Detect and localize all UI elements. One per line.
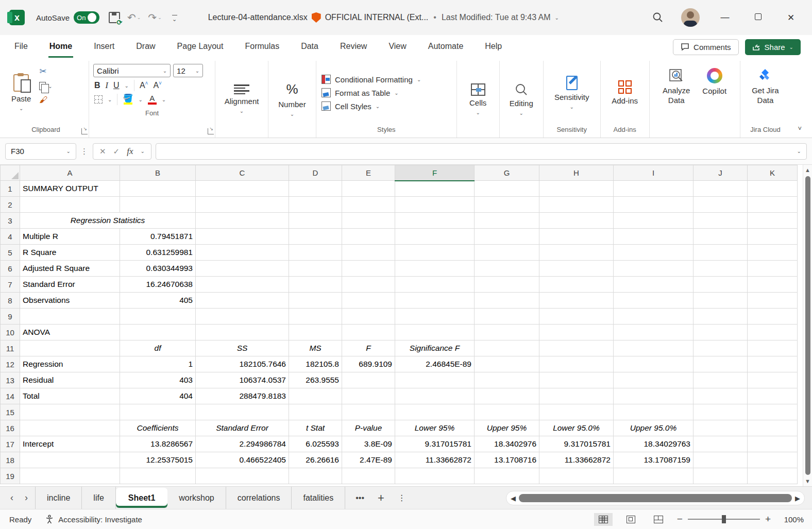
more-sheets-button[interactable]: •••	[356, 493, 364, 503]
cell-C5[interactable]	[196, 245, 289, 261]
cell-I14[interactable]	[614, 388, 693, 404]
undo-chevron-icon[interactable]: ⌄	[137, 15, 141, 20]
excel-app-icon[interactable]: x	[9, 10, 25, 25]
cell-K5[interactable]	[748, 245, 798, 261]
document-title[interactable]: Lecture-04-attendance.xlsx	[208, 13, 308, 22]
cell-H3[interactable]	[539, 213, 614, 229]
minimize-button[interactable]: —	[717, 12, 733, 23]
cell-J9[interactable]	[693, 309, 748, 325]
horizontal-scroll-thumb[interactable]	[519, 494, 792, 502]
cell-B10[interactable]	[120, 325, 196, 340]
cell-I12[interactable]	[614, 356, 693, 372]
cell-E13[interactable]	[342, 372, 395, 388]
row-header-3[interactable]: 3	[1, 213, 20, 229]
cell-I1[interactable]	[614, 181, 693, 197]
cell-G7[interactable]	[475, 277, 539, 293]
row-header-1[interactable]: 1	[1, 181, 20, 197]
customize-quick-access-button[interactable]: ⌄	[172, 15, 177, 21]
sheet-tab-sheet1[interactable]: Sheet1	[116, 488, 167, 508]
cell-J5[interactable]	[693, 245, 748, 261]
cell-K8[interactable]	[748, 293, 798, 309]
row-header-17[interactable]: 17	[1, 436, 20, 452]
cell-K15[interactable]	[748, 404, 798, 420]
cell-H11[interactable]	[539, 340, 614, 356]
page-layout-view-button[interactable]	[622, 513, 640, 526]
cell-F14[interactable]	[395, 388, 475, 404]
cell-C2[interactable]	[196, 197, 289, 213]
cell-C16[interactable]: Standard Error	[196, 420, 289, 436]
cell-J4[interactable]	[693, 229, 748, 245]
italic-button[interactable]: I	[106, 81, 108, 90]
row-header-18[interactable]: 18	[1, 452, 20, 468]
paste-button[interactable]: Paste ⌄	[6, 62, 36, 124]
cell-E4[interactable]	[342, 229, 395, 245]
zoom-in-button[interactable]: +	[765, 514, 771, 525]
get-jira-data-button[interactable]: Get JiraData	[747, 66, 784, 107]
cell-B9[interactable]	[120, 309, 196, 325]
addins-button[interactable]: Add-ins	[606, 78, 643, 107]
cell-J16[interactable]	[693, 420, 748, 436]
column-header-G[interactable]: G	[475, 165, 539, 181]
row-header-5[interactable]: 5	[1, 245, 20, 261]
font-size-select[interactable]: 12 ⌄	[173, 64, 203, 77]
page-break-view-button[interactable]	[649, 513, 668, 526]
cell-G8[interactable]	[475, 293, 539, 309]
row-header-10[interactable]: 10	[1, 325, 20, 340]
cell-J10[interactable]	[693, 325, 748, 340]
cell-F15[interactable]	[395, 404, 475, 420]
column-header-H[interactable]: H	[539, 165, 614, 181]
cell-D13[interactable]: 263.9555	[289, 372, 342, 388]
row-header-11[interactable]: 11	[1, 340, 20, 356]
copy-button[interactable]: ⌄	[37, 81, 54, 91]
cell-I16[interactable]: Upper 95.0%	[614, 420, 693, 436]
cell-K16[interactable]	[748, 420, 798, 436]
tab-file[interactable]: File	[13, 37, 29, 58]
cell-I7[interactable]	[614, 277, 693, 293]
comments-button[interactable]: Comments	[673, 39, 739, 55]
column-header-J[interactable]: J	[693, 165, 748, 181]
accessibility-checker-button[interactable]: Accessibility: Investigate	[45, 515, 142, 524]
insert-function-button[interactable]: fx	[127, 146, 133, 157]
sheet-tab-life[interactable]: life	[82, 487, 115, 509]
cell-D4[interactable]	[289, 229, 342, 245]
cell-G13[interactable]	[475, 372, 539, 388]
cell-E10[interactable]	[342, 325, 395, 340]
cell-C9[interactable]	[196, 309, 289, 325]
cell-I5[interactable]	[614, 245, 693, 261]
cell-E19[interactable]	[342, 468, 395, 484]
paste-chevron-icon[interactable]: ⌄	[19, 106, 23, 111]
cell-I6[interactable]	[614, 261, 693, 277]
cell-J7[interactable]	[693, 277, 748, 293]
cell-D1[interactable]	[289, 181, 342, 197]
tab-formulas[interactable]: Formulas	[244, 37, 280, 58]
row-header-16[interactable]: 16	[1, 420, 20, 436]
cell-G15[interactable]	[475, 404, 539, 420]
cell-G11[interactable]	[475, 340, 539, 356]
cancel-button[interactable]: ✕	[99, 147, 106, 156]
cell-B17[interactable]: 13.8286567	[120, 436, 196, 452]
cell-C12[interactable]: 182105.7646	[196, 356, 289, 372]
cell-J12[interactable]	[693, 356, 748, 372]
cell-styles-button[interactable]: Cell Styles ⌄	[322, 101, 421, 111]
cell-F6[interactable]	[395, 261, 475, 277]
cell-E7[interactable]	[342, 277, 395, 293]
cell-B16[interactable]: Coefficients	[120, 420, 196, 436]
cell-K11[interactable]	[748, 340, 798, 356]
tab-help[interactable]: Help	[484, 37, 503, 58]
sheet-nav-next-icon[interactable]: ›	[25, 492, 28, 503]
cell-H9[interactable]	[539, 309, 614, 325]
column-header-F[interactable]: F	[395, 165, 475, 181]
row-header-9[interactable]: 9	[1, 309, 20, 325]
cell-A9[interactable]	[20, 309, 120, 325]
sheet-nav-prev-icon[interactable]: ‹	[10, 492, 13, 503]
cell-H13[interactable]	[539, 372, 614, 388]
column-header-C[interactable]: C	[196, 165, 289, 181]
cell-F7[interactable]	[395, 277, 475, 293]
cell-G3[interactable]	[475, 213, 539, 229]
cell-C18[interactable]: 0.466522405	[196, 452, 289, 468]
row-header-19[interactable]: 19	[1, 468, 20, 484]
cell-I9[interactable]	[614, 309, 693, 325]
last-modified-label[interactable]: Last Modified: Tue at 9:43 AM	[442, 13, 551, 22]
cell-B2[interactable]	[120, 197, 196, 213]
cell-K7[interactable]	[748, 277, 798, 293]
